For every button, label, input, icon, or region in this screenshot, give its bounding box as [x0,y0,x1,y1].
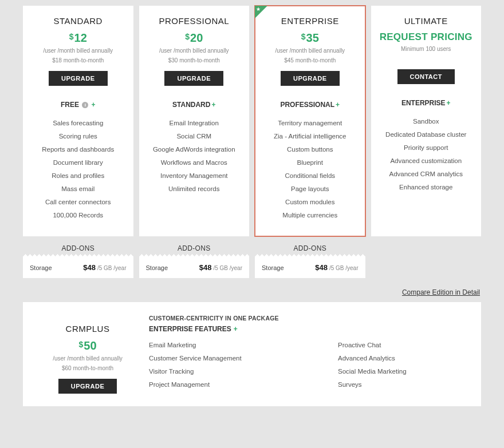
feature-item: Surveys [338,378,407,391]
feature-item: Call center connectors [27,196,129,209]
upgrade-button[interactable]: UPGRADE [58,379,117,394]
plan-billing-annual: /user /month billed annually [144,47,245,54]
feature-item: Social Media Marketing [338,365,407,378]
addon-unit: /5 GB /year [329,265,359,271]
plan-min-users: Minimum 100 users [376,45,477,53]
feature-item: Sales forecasting [27,117,129,130]
addon-price: $48 [83,263,96,272]
plan-billing-annual: /user /month billed annually [259,47,361,54]
feature-item: Zia - Artificial intelligence [259,130,361,143]
feature-list: Sandbox Dedicated Database cluster Prior… [376,115,477,194]
feature-item: Enhanced storage [376,181,477,194]
feature-item: Customer Service Management [149,352,315,365]
upgrade-button[interactable]: UPGRADE [164,71,223,86]
feature-item: Dedicated Database cluster [376,128,477,141]
feature-item: Advanced customization [376,154,477,168]
addons-title: ADD-ONS [139,244,250,252]
plan-billing-monthly: $60 month-to-month [33,364,142,372]
addon-price: $48 [315,263,328,272]
crmplus-col1: Email Marketing Customer Service Managem… [149,339,315,391]
addon-label: Storage [262,264,284,271]
plan-includes: FREE i + [27,101,129,109]
plus-icon: + [447,99,451,107]
plan-billing-monthly: $45 month-to-month [259,57,361,64]
plan-billing-monthly: $18 month-to-month [27,57,129,64]
plan-billing-monthly: $30 month-to-month [144,57,245,64]
compare-edition-link[interactable]: Compare Edition in Detail [402,288,480,296]
plus-icon: + [234,325,238,333]
plan-includes: ENTERPRISE+ [376,99,477,107]
feature-item: Workflows and Macros [144,156,245,169]
plan-includes: PROFESSIONAL+ [259,101,361,109]
plan-name: CRMPLUS [33,324,142,334]
feature-item: Unlimited records [144,183,245,196]
addon-unit: /5 GB /year [97,265,127,271]
feature-item: Email Marketing [149,339,315,352]
compare-edition: Compare Edition in Detail [23,288,480,296]
feature-item: Email Integration [144,117,245,130]
addons-title: ADD-ONS [23,244,133,252]
crmplus-summary: CRMPLUS $50 /user /month billed annually… [33,315,142,394]
feature-list: Territory management Zia - Artificial in… [259,117,361,222]
addons-title: ADD-ONS [255,244,365,252]
feature-item: Page layouts [259,183,361,196]
plan-price: $50 [33,339,142,352]
addon-price: $48 [199,263,212,272]
feature-item: Mass email [27,183,129,196]
plus-icon: + [92,101,96,109]
feature-item: Advanced Analytics [338,352,407,365]
plan-name: ENTERPRISE [259,16,361,26]
contact-button[interactable]: CONTACT [397,69,455,84]
addon-card: Storage $48/5 GB /year [23,257,133,278]
addon-label: Storage [146,264,168,271]
plan-ultimate: ULTIMATE REQUEST PRICING Minimum 100 use… [371,6,482,236]
plan-name: PROFESSIONAL [144,16,245,26]
plan-billing-annual: /user /month billed annually [27,47,129,54]
feature-item: Reports and dashboards [27,143,129,156]
feature-item: Visitor Tracking [149,365,315,378]
feature-item: Blueprint [259,156,361,169]
plan-name: STANDARD [27,16,129,26]
feature-list: Email Integration Social CRM Google AdWo… [144,117,245,196]
plan-price: $20 [144,31,245,45]
feature-item: Google AdWords integration [144,143,245,156]
plan-name: ULTIMATE [376,16,477,26]
plan-price-text: REQUEST PRICING [376,31,477,43]
feature-item: Conditional fields [259,169,361,183]
pricing-plans-row: STANDARD $12 /user /month billed annuall… [23,6,481,236]
feature-item: Advanced CRM analytics [376,168,477,181]
feature-item: Sandbox [376,115,477,128]
crmplus-col2: Proactive Chat Advanced Analytics Social… [338,339,407,391]
addons-row: ADD-ONS Storage $48/5 GB /year ADD-ONS S… [23,244,481,278]
plan-price: $12 [27,31,129,45]
addon-card: Storage $48/5 GB /year [255,257,365,278]
addon-professional: ADD-ONS Storage $48/5 GB /year [139,244,250,278]
crmplus-heading1: CUSTOMER-CENTRICITY IN ONE PACKAGE [149,315,471,322]
feature-list: Sales forecasting Scoring rules Reports … [27,117,129,222]
info-icon[interactable]: i [82,102,88,108]
feature-item: Roles and profiles [27,169,129,183]
feature-item: Inventory Management [144,169,245,183]
crmplus-feature-columns: Email Marketing Customer Service Managem… [149,339,471,391]
plan-billing-annual: /user /month billed annually [33,355,142,362]
upgrade-button[interactable]: UPGRADE [281,71,340,86]
addon-standard: ADD-ONS Storage $48/5 GB /year [23,244,133,278]
feature-item: Custom buttons [259,143,361,156]
feature-item: Scoring rules [27,130,129,143]
plus-icon: + [336,101,340,109]
plan-standard: STANDARD $12 /user /month billed annuall… [23,6,133,236]
upgrade-button[interactable]: UPGRADE [49,71,108,86]
feature-item: Custom modules [259,196,361,209]
addon-enterprise: ADD-ONS Storage $48/5 GB /year [255,244,365,278]
addon-unit: /5 GB /year [213,265,242,271]
plan-professional: PROFESSIONAL $20 /user /month billed ann… [139,6,250,236]
plus-icon: + [211,101,215,109]
addon-card: Storage $48/5 GB /year [139,257,250,278]
featured-ribbon-icon [255,6,267,18]
feature-item: Document library [27,156,129,169]
crmplus-panel: CRMPLUS $50 /user /month billed annually… [23,302,481,406]
feature-item: Social CRM [144,130,245,143]
plan-enterprise: ENTERPRISE $35 /user /month billed annua… [255,6,365,236]
feature-item: Proactive Chat [338,339,407,352]
plan-includes: STANDARD+ [144,101,245,109]
